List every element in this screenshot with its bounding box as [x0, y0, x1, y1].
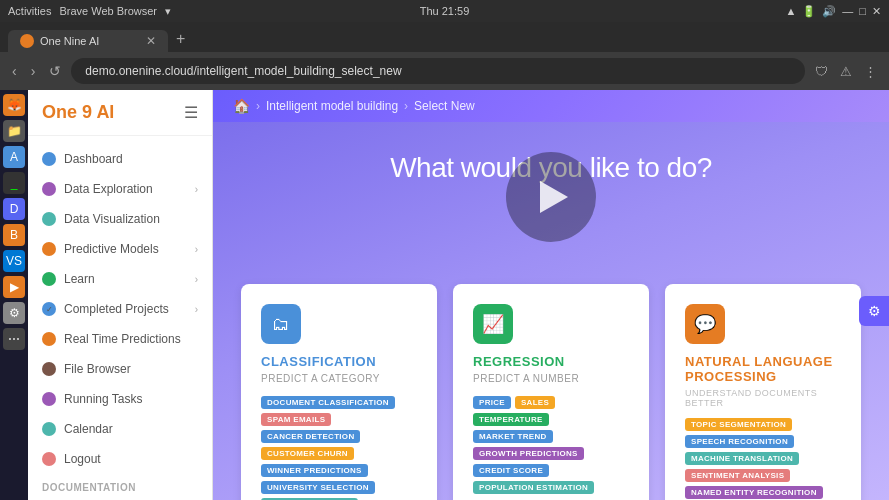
regression-card[interactable]: 📈 REGRESSION PREDICT A NUMBER PRICE SALE… — [453, 284, 649, 500]
tag-machine-translation[interactable]: MACHINE TRANSLATION — [685, 452, 799, 465]
running-tasks-label: Running Tasks — [64, 392, 143, 406]
minimize-icon[interactable]: — — [842, 5, 853, 17]
tab-title: One Nine AI — [40, 35, 99, 47]
dock-terminal[interactable]: _ — [3, 172, 25, 194]
breadcrumb-sep-2: › — [404, 99, 408, 113]
tag-credit-score[interactable]: CREDIT SCORE — [473, 464, 549, 477]
tag-document-classification[interactable]: DOCUMENT CLASSIFICATION — [261, 396, 395, 409]
sidebar-item-file-browser[interactable]: File Browser — [28, 354, 212, 384]
dock-vscode[interactable]: VS — [3, 250, 25, 272]
breadcrumb-home-icon[interactable]: 🏠 — [233, 98, 250, 114]
breadcrumb-bar: 🏠 › Intelligent model building › Select … — [213, 90, 889, 122]
file-browser-label: File Browser — [64, 362, 131, 376]
completed-projects-chevron: › — [195, 304, 198, 315]
dock-more[interactable]: ⋯ — [3, 328, 25, 350]
tag-temperature[interactable]: TEMPERATURE — [473, 413, 549, 426]
classification-card[interactable]: 🗂 CLASSIFICATION PREDICT A CATEGORY DOCU… — [241, 284, 437, 500]
tag-growth-predictions[interactable]: GROWTH PREDICTIONS — [473, 447, 584, 460]
tag-population-estimation[interactable]: POPULATION ESTIMATION — [473, 481, 594, 494]
nlp-title: NATURAL LANGUAGE PROCESSING — [685, 354, 841, 384]
sidebar-item-data-visualization[interactable]: Data Visualization — [28, 204, 212, 234]
sound-icon: 🔊 — [822, 5, 836, 18]
nlp-card[interactable]: 💬 NATURAL LANGUAGE PROCESSING UNDERSTAND… — [665, 284, 861, 500]
classification-tags: DOCUMENT CLASSIFICATION SPAM EMAILS CANC… — [261, 396, 417, 500]
sidebar-item-data-exploration[interactable]: Data Exploration › — [28, 174, 212, 204]
regression-icon: 📈 — [473, 304, 513, 344]
dock-files[interactable]: 📁 — [3, 120, 25, 142]
breadcrumb-item-1[interactable]: Intelligent model building — [266, 99, 398, 113]
main-content: 🏠 › Intelligent model building › Select … — [213, 90, 889, 500]
video-play-button[interactable] — [506, 152, 596, 242]
dock-discord[interactable]: D — [3, 198, 25, 220]
forward-button[interactable]: › — [27, 59, 40, 83]
logout-label: Logout — [64, 452, 101, 466]
predictive-models-chevron: › — [195, 244, 198, 255]
regression-subtitle: PREDICT A NUMBER — [473, 373, 629, 384]
tag-sales[interactable]: SALES — [515, 396, 555, 409]
os-clock: Thu 21:59 — [420, 5, 470, 17]
tag-speech-recognition[interactable]: SPEECH RECOGNITION — [685, 435, 794, 448]
sidebar-nav: Dashboard Data Exploration › Data Visual… — [28, 136, 212, 500]
tab-close-button[interactable]: ✕ — [146, 34, 156, 48]
tag-market-trend[interactable]: MARKET TREND — [473, 430, 553, 443]
regression-title: REGRESSION — [473, 354, 629, 369]
sidebar-item-running-tasks[interactable]: Running Tasks — [28, 384, 212, 414]
activities-label[interactable]: Activities — [8, 5, 51, 17]
logo-text: One 9 AI — [42, 102, 114, 123]
tag-sentiment-analysis[interactable]: SENTIMENT ANALYSIS — [685, 469, 790, 482]
predictive-models-icon — [42, 242, 56, 256]
data-exploration-icon — [42, 182, 56, 196]
tag-cancer-detection[interactable]: CANCER DETECTION — [261, 430, 360, 443]
warning-icon: ⚠ — [836, 62, 856, 81]
dock-settings[interactable]: ⚙ — [3, 302, 25, 324]
logo-nine: 9 — [77, 102, 96, 122]
tag-price[interactable]: PRICE — [473, 396, 511, 409]
settings-fab-icon: ⚙ — [868, 303, 881, 319]
dock-firefox[interactable]: 🦊 — [3, 94, 25, 116]
address-bar[interactable] — [71, 58, 805, 84]
sidebar-item-learn[interactable]: Learn › — [28, 264, 212, 294]
battery-icon: 🔋 — [802, 5, 816, 18]
browser-menu-arrow[interactable]: ▾ — [165, 5, 171, 18]
file-browser-icon — [42, 362, 56, 376]
play-triangle-icon — [540, 181, 568, 213]
calendar-label: Calendar — [64, 422, 113, 436]
tag-university-selection[interactable]: UNIVERSITY SELECTION — [261, 481, 375, 494]
extensions-icon[interactable]: ⋮ — [860, 62, 881, 81]
real-time-icon — [42, 332, 56, 346]
dock-apps[interactable]: A — [3, 146, 25, 168]
back-button[interactable]: ‹ — [8, 59, 21, 83]
hamburger-menu[interactable]: ☰ — [184, 103, 198, 122]
active-tab[interactable]: One Nine AI ✕ — [8, 30, 168, 52]
wifi-icon: ▲ — [785, 5, 796, 17]
tag-winner-predictions[interactable]: WINNER PREDICTIONS — [261, 464, 368, 477]
tag-named-entity-recognition[interactable]: NAMED ENTITY RECOGNITION — [685, 486, 823, 499]
settings-fab[interactable]: ⚙ — [859, 296, 889, 326]
dock-vlc[interactable]: ▶ — [3, 276, 25, 298]
dashboard-label: Dashboard — [64, 152, 123, 166]
sidebar-item-completed-projects[interactable]: ✓ Completed Projects › — [28, 294, 212, 324]
sidebar-item-calendar[interactable]: Calendar — [28, 414, 212, 444]
tag-spam-emails[interactable]: SPAM EMAILS — [261, 413, 331, 426]
maximize-icon[interactable]: □ — [859, 5, 866, 17]
app-layout: 🦊 📁 A _ D B VS ▶ ⚙ ⋯ One 9 AI ☰ Dashboar… — [0, 90, 889, 500]
sidebar-logo: One 9 AI ☰ — [28, 90, 212, 136]
tag-topic-segmentation[interactable]: TOPIC SEGMENTATION — [685, 418, 792, 431]
sidebar-item-dashboard[interactable]: Dashboard — [28, 144, 212, 174]
sidebar-item-real-time[interactable]: Real Time Predictions — [28, 324, 212, 354]
sidebar-item-predictive-models[interactable]: Predictive Models › — [28, 234, 212, 264]
breadcrumb-sep-1: › — [256, 99, 260, 113]
running-tasks-icon — [42, 392, 56, 406]
tag-customer-churn[interactable]: CUSTOMER CHURN — [261, 447, 354, 460]
sidebar-item-logout[interactable]: Logout — [28, 444, 212, 474]
nav-icons: 🛡 ⚠ ⋮ — [811, 62, 881, 81]
new-tab-button[interactable]: + — [168, 26, 193, 52]
close-icon[interactable]: ✕ — [872, 5, 881, 18]
os-bar: Activities Brave Web Browser ▾ Thu 21:59… — [0, 0, 889, 22]
reload-button[interactable]: ↺ — [45, 59, 65, 83]
real-time-label: Real Time Predictions — [64, 332, 181, 346]
brave-shield-icon[interactable]: 🛡 — [811, 62, 832, 81]
cards-container: 🗂 CLASSIFICATION PREDICT A CATEGORY DOCU… — [213, 284, 889, 500]
learn-label: Learn — [64, 272, 95, 286]
dock-brave[interactable]: B — [3, 224, 25, 246]
